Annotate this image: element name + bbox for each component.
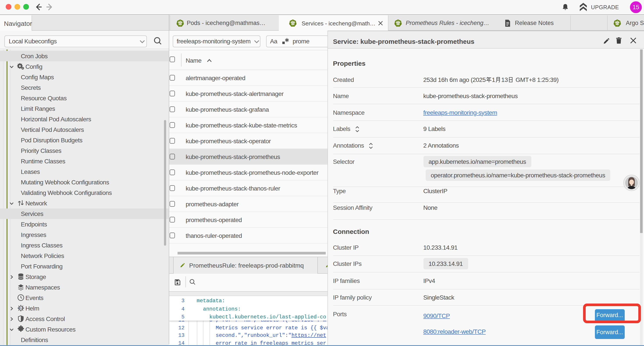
svg-text:HELM: HELM: [18, 307, 24, 309]
